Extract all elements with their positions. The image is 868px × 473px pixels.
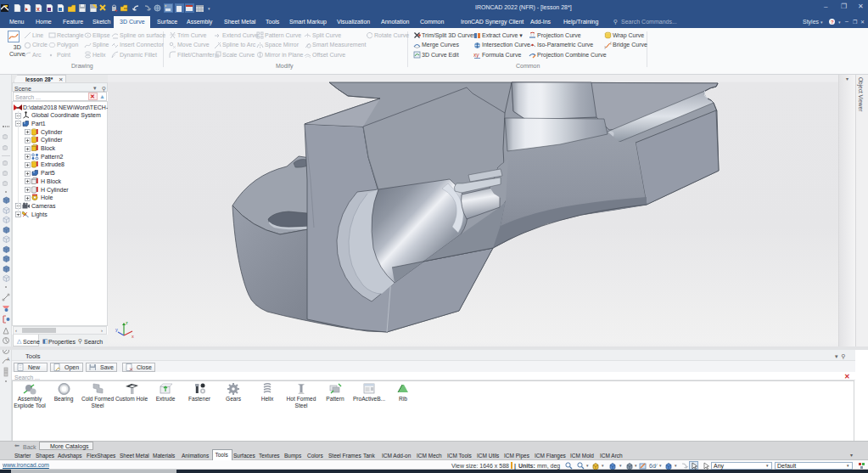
svg-text:+: +: [115, 8, 118, 12]
svg-text:y: y: [115, 327, 118, 332]
svg-text:xy: xy: [473, 52, 479, 59]
svg-text:A: A: [7, 357, 10, 362]
svg-text:x: x: [36, 6, 40, 12]
svg-text:x: x: [132, 334, 134, 339]
svg-text:z: z: [126, 320, 128, 325]
